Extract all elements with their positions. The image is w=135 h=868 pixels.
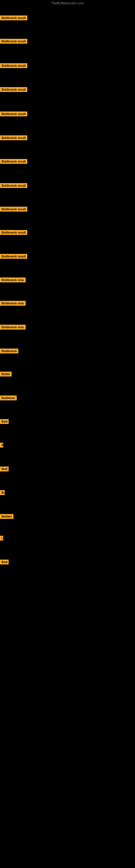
bottleneck-badge-12: Bottleneck resu <box>0 278 26 282</box>
bottleneck-badge-5: Bottleneck result <box>0 112 27 116</box>
bottleneck-badge-17: Bottlenec <box>0 396 17 400</box>
bottleneck-badge-21: Bo <box>0 490 5 495</box>
bottleneck-badge-22: Bottlen <box>0 514 13 519</box>
bottleneck-badge-7: Bottleneck result <box>0 159 27 164</box>
bottleneck-badge-16: Bottle <box>0 372 12 376</box>
bottleneck-badge-8: Bottleneck result <box>0 183 27 188</box>
bottleneck-badge-6: Bottleneck result <box>0 135 27 140</box>
bottleneck-badge-14: Bottleneck resu <box>0 325 26 330</box>
bottleneck-badge-15: Bottleneck <box>0 348 18 353</box>
bottleneck-badge-10: Bottleneck result <box>0 230 27 235</box>
bottleneck-badge-2: Bottleneck result <box>0 39 27 44</box>
bottleneck-badge-9: Bottleneck result <box>0 207 27 212</box>
site-title: TheBottlenecker.com <box>0 0 135 6</box>
bottleneck-badge-1: Bottleneck result <box>0 16 27 20</box>
bottleneck-badge-13: Bottleneck resu <box>0 301 26 306</box>
bottleneck-badge-24: Bott <box>0 560 9 564</box>
bottleneck-badge-4: Bottleneck result <box>0 87 27 92</box>
bottleneck-badge-19: B <box>0 443 3 447</box>
bottleneck-badge-3: Bottleneck result <box>0 63 27 68</box>
bottleneck-badge-18: Bott <box>0 419 9 424</box>
bottleneck-badge-11: Bottleneck result <box>0 254 27 259</box>
bottleneck-badge-20: Bott <box>0 467 9 471</box>
bottleneck-badge-23: | <box>0 536 3 540</box>
